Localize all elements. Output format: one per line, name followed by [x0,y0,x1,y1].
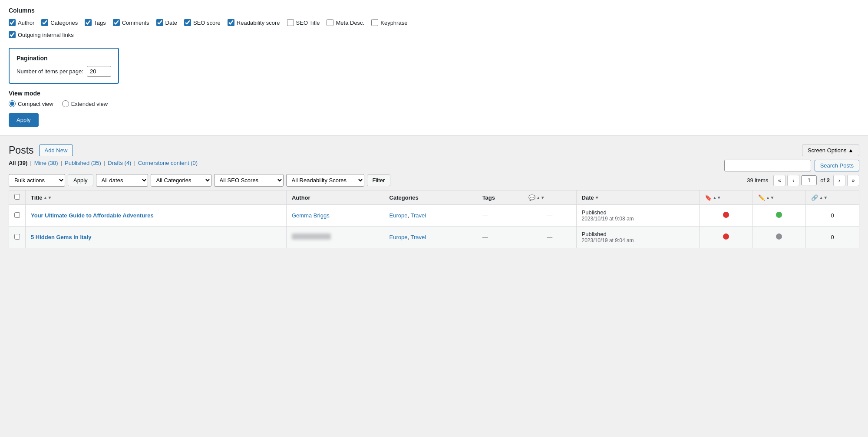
column-checkbox-cb-readability[interactable]: Readability score [228,19,280,26]
posts-section: Posts Add New Screen Options ▲ All (39) … [0,136,868,248]
columns-heading: Columns [9,7,859,14]
th-author: Author [286,191,384,205]
th-categories: Categories [384,191,477,205]
th-checkbox [9,191,26,205]
all-dates-select[interactable]: All dates [96,174,148,187]
column-checkbox-cb-tags[interactable]: Tags [85,19,106,26]
filter-link-mine[interactable]: Mine (38) [34,160,58,166]
cb-categories-checkbox[interactable] [41,19,48,26]
column-checkbox-cb-categories[interactable]: Categories [41,19,78,26]
cb-outgoing-checkbox[interactable] [9,31,16,38]
vm-compact-radio[interactable] [9,100,16,107]
cb-meta-desc-checkbox[interactable] [327,19,333,26]
row-comments-cell: — [523,227,576,248]
screen-options-button[interactable]: Screen Options ▲ [802,145,859,156]
screen-options-panel: Columns AuthorCategoriesTagsCommentsDate… [0,0,868,136]
select-all-checkbox[interactable] [14,194,20,200]
column-checkbox-cb-meta-desc[interactable]: Meta Desc. [327,19,364,26]
first-page-button[interactable]: « [773,175,785,186]
row-links-cell: 0 [806,227,859,248]
post-title-link[interactable]: Your Ultimate Guide to Affordable Advent… [31,212,154,219]
search-posts-button[interactable]: Search Posts [815,160,859,171]
page-title: Posts [9,145,34,156]
all-readability-select[interactable]: All Readability Scores [286,174,364,187]
filter-link-all[interactable]: All (39) [9,160,27,166]
view-mode-vm-extended[interactable]: Extended view [62,100,108,107]
cb-seo-title-checkbox[interactable] [287,19,294,26]
th-date: Date ▼ [576,191,699,205]
cb-date-checkbox[interactable] [156,19,163,26]
pagination-heading: Pagination [17,55,111,62]
post-title-link[interactable]: 5 Hidden Gems in Italy [31,234,91,240]
cb-readability-checkbox[interactable] [228,19,234,26]
row-author-cell [286,227,384,248]
row-categories-cell: Europe, Travel [384,205,477,227]
cb-comments-checkbox[interactable] [113,19,120,26]
search-posts-area: Search Posts [724,160,859,171]
title-sort-icon: ▲▼ [43,195,52,200]
column-checkbox-cb-seo-score[interactable]: SEO score [184,19,221,26]
bulk-apply-button[interactable]: Apply [68,174,93,186]
column-checkbox-cb-author[interactable]: Author [9,19,34,26]
view-mode-section: View mode Compact viewExtended view [9,90,859,107]
th-readability: ✏️ ▲▼ [752,191,806,205]
cb-keyphrase-checkbox[interactable] [371,19,378,26]
screen-options-apply-button[interactable]: Apply [9,113,39,127]
cb-author-checkbox[interactable] [9,19,16,26]
page-number-input[interactable] [801,175,817,185]
vm-extended-radio[interactable] [62,100,69,107]
column-checkbox-cb-comments[interactable]: Comments [113,19,149,26]
filter-button[interactable]: Filter [367,174,391,186]
row-select-checkbox[interactable] [14,212,20,218]
items-per-page-input[interactable] [87,66,111,77]
column-checkbox-cb-outgoing[interactable]: Outgoing internal links [9,31,74,38]
row-date-cell: Published2023/10/19 at 9:08 am [576,205,699,227]
row-links-cell: 0 [806,205,859,227]
th-links: 🔗 ▲▼ [806,191,859,205]
row-readability-cell [752,227,806,248]
filter-link-cornerstone-content[interactable]: Cornerstone content (0) [138,160,198,166]
title-sort[interactable]: Title ▲▼ [31,194,52,201]
links-sort-icon: ▲▼ [819,195,828,200]
all-seo-scores-select[interactable]: All SEO Scores [214,174,284,187]
filter-link-published[interactable]: Published (35) [65,160,101,166]
search-input[interactable] [724,160,811,171]
category-link[interactable]: Travel [411,234,426,240]
last-page-button[interactable]: » [847,175,859,186]
column-checkbox-cb-keyphrase[interactable]: Keyphrase [371,19,407,26]
date-sort-icon: ▼ [595,195,599,200]
posts-table: Title ▲▼ Author Categories Tags 💬 ▲▼ Dat… [9,190,859,248]
view-mode-heading: View mode [9,90,859,97]
read-header: ✏️ ▲▼ [758,194,801,201]
all-categories-select[interactable]: All Categories [151,174,211,187]
prev-page-button[interactable]: ‹ [787,175,799,186]
column-checkbox-cb-date[interactable]: Date [156,19,177,26]
category-link[interactable]: Travel [411,212,426,219]
th-comments: 💬 ▲▼ [523,191,576,205]
filter-link-drafts[interactable]: Drafts (4) [108,160,131,166]
th-tags: Tags [477,191,523,205]
row-date-cell: Published2023/10/19 at 9:04 am [576,227,699,248]
column-checkbox-cb-seo-title[interactable]: SEO Title [287,19,320,26]
row-tags-cell: — [477,227,523,248]
columns-row: AuthorCategoriesTagsCommentsDateSEO scor… [9,19,859,26]
view-mode-row: Compact viewExtended view [9,100,859,107]
row-select-checkbox[interactable] [14,234,20,240]
view-mode-vm-compact[interactable]: Compact view [9,100,53,107]
date-sort[interactable]: Date ▼ [582,194,599,201]
columns-row-2: Outgoing internal links [9,31,859,38]
next-page-button[interactable]: › [833,175,845,186]
readability-score-dot [776,233,782,240]
add-new-button[interactable]: Add New [39,145,73,156]
row-readability-cell [752,205,806,227]
cb-tags-checkbox[interactable] [85,19,92,26]
bulk-actions-select[interactable]: Bulk actions [9,174,65,187]
cb-seo-score-checkbox[interactable] [184,19,191,26]
posts-header: Posts Add New Screen Options ▲ [9,145,859,156]
category-link[interactable]: Europe [389,212,408,219]
row-title-cell: Your Ultimate Guide to Affordable Advent… [26,205,287,227]
filter-links: All (39) | Mine (38) | Published (35) | … [9,160,198,166]
th-title: Title ▲▼ [26,191,287,205]
author-link[interactable]: Gemma Briggs [292,212,330,219]
category-link[interactable]: Europe [389,234,408,240]
